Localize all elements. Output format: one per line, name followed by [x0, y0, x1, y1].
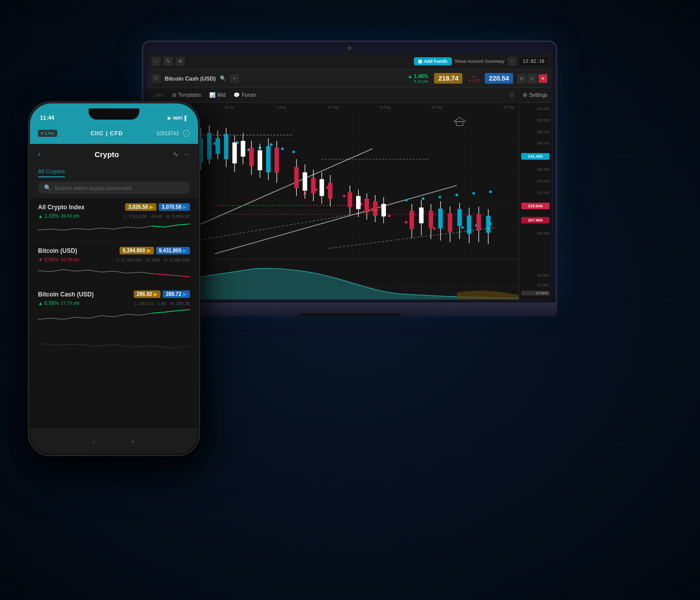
trading-platform: ⌂ ✎ ⚙ ▣ Add Funds Show Account Summary ‹…: [147, 53, 552, 299]
info-icon[interactable]: i: [183, 130, 190, 137]
info-circle-icon[interactable]: ⓘ: [151, 74, 161, 83]
laptop-container: ⌂ ✎ ⚙ ▣ Add Funds Show Account Summary ‹…: [142, 41, 557, 334]
account-id: 10919743: [157, 131, 179, 136]
sell-price-sm[interactable]: 9,394.800 ▶: [120, 247, 154, 254]
chart-header: ⓘ Bitcoin Cash (USD) 🔍 + ▲ 1.46% 3.18 pt…: [147, 69, 552, 88]
toolbar-settings[interactable]: ⚙ Settings: [523, 92, 548, 98]
svg-rect-46: [207, 133, 212, 159]
sell-price-sm[interactable]: 286.92 ▶: [134, 290, 161, 298]
home-icon[interactable]: ⌂: [151, 57, 161, 66]
buy-price-sm[interactable]: 3,070.58 ▶: [159, 203, 190, 211]
crypto-prices: 9,394.800 ▶ 9,431.800 ▶: [120, 247, 190, 254]
price-change-pts: 3.18 pts: [414, 79, 428, 84]
trade-nav-icon: ⇄: [132, 440, 135, 444]
svg-rect-48: [215, 138, 220, 154]
phone-tabs: All Cryptos: [30, 164, 198, 177]
credit-card-icon: ▣: [418, 59, 422, 64]
svg-rect-90: [438, 209, 443, 229]
crypto-meta: L: 9,169.000 37.000 H: 9,580.850: [116, 257, 190, 262]
svg-point-35: [343, 195, 346, 197]
pct-60: 60.00%: [521, 274, 550, 277]
asset-search-icon[interactable]: 🔍: [220, 76, 226, 81]
add-funds-button[interactable]: ▣ Add Funds: [414, 57, 452, 65]
svg-rect-60: [266, 146, 270, 172]
toolbar-mid[interactable]: 📊 Mid: [209, 92, 225, 98]
date-label-7: 27 Sep: [463, 105, 515, 109]
price-280: 280.000: [521, 141, 550, 145]
sell-price[interactable]: 218.74: [434, 73, 462, 84]
search-input[interactable]: 🔍 Search within crypto currencies: [38, 181, 190, 194]
crypto-prices: 3,026.58 ▶ 3,070.58 ▶: [125, 203, 190, 211]
crypto-list: All Crypto Index 3,026.58 ▶ 3,070.58 ▶: [30, 198, 198, 429]
buy-price-sm[interactable]: 288.72 ▶: [163, 290, 190, 298]
crypto-name: Bitcoin (USD): [38, 247, 77, 254]
volume-indicator: [147, 259, 519, 299]
arrow-right-icon: ▶: [153, 291, 158, 297]
mini-chart-1: [38, 221, 190, 236]
back-button[interactable]: ‹: [38, 149, 41, 159]
asset-name[interactable]: Bitcoin Cash (USD): [165, 76, 216, 82]
more-options-icon[interactable]: ···: [184, 150, 190, 158]
edit-icon[interactable]: ✎: [164, 57, 173, 66]
sell-price-sm[interactable]: 3,026.58 ▶: [125, 203, 157, 211]
svg-rect-62: [275, 147, 279, 173]
wifi-icon: WiFi: [173, 116, 183, 121]
brand-name: CIIC | CFD: [61, 130, 152, 136]
toolbar-forum[interactable]: 💬 Forum: [234, 92, 256, 98]
minimize-button[interactable]: ⊟: [517, 74, 526, 83]
chart-main[interactable]: 6 Jul 20 Jul 3 Aug 17 Aug 31 Aug 14 Sep …: [147, 103, 519, 299]
settings-icon[interactable]: ⚙: [176, 57, 185, 66]
buy-price-sm[interactable]: 9,431.800 ▶: [156, 247, 190, 254]
price-220: 220.000: [521, 191, 550, 195]
phone-notch: [89, 108, 139, 120]
crypto-change: ▼ 0.66% 62.28 pts: [38, 257, 80, 262]
svg-rect-88: [429, 211, 433, 228]
svg-rect-72: [328, 183, 333, 199]
toolbar-menu-icon[interactable]: ☰: [509, 92, 515, 99]
chart-icon[interactable]: ∿: [173, 150, 179, 158]
date-label-3: 3 Aug: [255, 105, 307, 109]
price-320: 320.000: [521, 119, 550, 122]
buy-price[interactable]: 220.54: [485, 73, 513, 84]
list-item[interactable]: Bitcoin (USD) 9,394.800 ▶ 9,431.800 ▶: [30, 242, 198, 285]
price-change-indicator: ▼: [472, 75, 476, 79]
toolbar-templates[interactable]: ⊞ Templates: [172, 92, 202, 98]
price-260: 260.000: [521, 168, 550, 171]
time-periods[interactable]: ...nths: [151, 93, 164, 98]
svg-rect-68: [311, 177, 316, 193]
svg-rect-50: [224, 134, 228, 160]
red-price-label: 219.640: [521, 203, 550, 209]
show-account-button[interactable]: Show Account Summary: [455, 59, 504, 64]
svg-point-41: [433, 227, 436, 230]
bottom-nav-search[interactable]: ◎: [92, 440, 95, 444]
add-chart-icon[interactable]: +: [230, 74, 239, 83]
list-item[interactable]: All Crypto Index 3,026.58 ▶ 3,070.58 ▶: [30, 198, 198, 242]
svg-rect-78: [365, 199, 369, 212]
all-cryptos-tab[interactable]: All Cryptos: [38, 166, 65, 177]
bottom-nav-more[interactable]: ···: [172, 440, 175, 443]
list-item[interactable]: Bitcoin Cash (USD) 286.92 ▶ 288.72 ▶: [30, 285, 198, 329]
price-240: 240.000: [521, 179, 550, 183]
svg-point-38: [388, 214, 391, 217]
collapse-icon[interactable]: ‹: [508, 57, 517, 66]
bottom-nav-trade[interactable]: ⇄: [132, 440, 135, 444]
crypto-meta: L: 2,913.08 44.00 H: 3,095.97: [124, 214, 190, 219]
close-button[interactable]: ✕: [538, 74, 548, 83]
svg-rect-70: [320, 179, 324, 196]
arrow-right-icon: ▶: [183, 248, 187, 253]
svg-rect-104: [456, 122, 463, 126]
dark-red-price-label: 207.860: [521, 217, 550, 223]
svg-rect-94: [457, 209, 462, 226]
maximize-button[interactable]: ⊡: [528, 74, 537, 83]
date-label-6: 14 Sep: [411, 105, 462, 109]
price-change-pct: ▲ 1.46%: [407, 73, 428, 79]
price-axis: 340.000 320.000 300.000 280.000 241.430 …: [519, 103, 552, 299]
svg-point-23: [405, 199, 408, 201]
svg-rect-66: [303, 172, 307, 191]
bottom-nav-home[interactable]: ⌂: [53, 440, 55, 443]
svg-point-26: [455, 194, 458, 196]
dropdown-icon: ▾: [41, 131, 44, 136]
list-item[interactable]: [30, 329, 198, 357]
mini-chart-4: [38, 336, 190, 351]
laptop-screen: ⌂ ✎ ⚙ ▣ Add Funds Show Account Summary ‹…: [142, 41, 557, 304]
